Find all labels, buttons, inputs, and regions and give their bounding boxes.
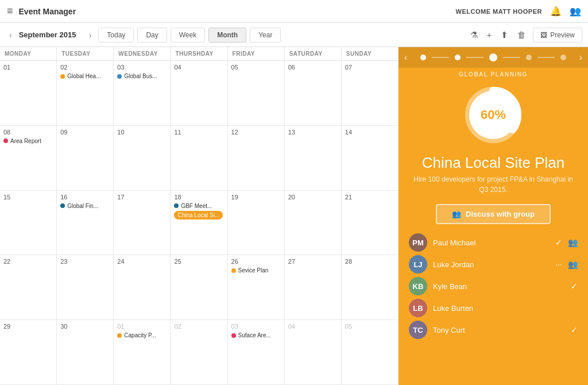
list-item[interactable]: Global Hea... (60, 73, 110, 79)
cal-week-4: 293001Capacity P...0203Suface Are...0405 (0, 320, 399, 385)
cal-cell[interactable]: 14 (342, 126, 399, 190)
progress-dot-3[interactable] (489, 53, 497, 61)
view-year-button[interactable]: Year (250, 28, 281, 43)
attendee-group-icon[interactable]: 👥 (568, 238, 578, 247)
cal-week-0: 0102Global Hea...03Global Bus...04050607 (0, 61, 399, 126)
view-day-button[interactable]: Day (137, 28, 167, 43)
calendar-body: 0102Global Hea...03Global Bus...04050607… (0, 61, 399, 385)
cal-cell[interactable]: 16Global Fin... (57, 191, 114, 255)
cal-cell[interactable]: 02 (171, 320, 227, 384)
event-color-dot (117, 74, 122, 79)
cal-header-sunday: SUNDAY (342, 47, 399, 60)
event-label: Suface Are... (238, 332, 271, 338)
cal-cell[interactable]: 24 (114, 255, 171, 319)
list-item[interactable]: Area Report (3, 138, 53, 144)
cal-cell[interactable]: 11 (171, 126, 227, 190)
cal-cell[interactable]: 22 (0, 255, 57, 319)
cal-cell[interactable]: 01 (0, 61, 57, 125)
view-month-button[interactable]: Month (208, 28, 246, 43)
list-item[interactable]: Sevice Plan (231, 267, 281, 274)
export-icon[interactable]: ⬆ (498, 29, 510, 41)
day-number: 29 (3, 323, 53, 330)
preview-button[interactable]: 🖼 Preview (533, 28, 582, 43)
event-pill[interactable]: China Local Si... (174, 211, 223, 220)
attendee-status: ✓ (571, 282, 578, 291)
cal-cell[interactable]: 21 (342, 191, 399, 255)
cal-cell[interactable]: 02Global Hea... (57, 61, 114, 125)
event-color-dot (231, 333, 236, 338)
day-number: 26 (231, 258, 281, 265)
cal-cell[interactable]: 07 (342, 61, 399, 125)
event-label: Global Bus... (124, 73, 157, 79)
cal-cell[interactable]: 19 (228, 191, 285, 255)
progress-line-2 (466, 57, 483, 58)
cal-cell[interactable]: 30 (57, 320, 114, 384)
avatar: PM (409, 233, 427, 252)
cal-cell[interactable]: 12 (228, 126, 285, 190)
cal-cell[interactable]: 23 (57, 255, 114, 319)
view-week-button[interactable]: Week (171, 28, 205, 43)
app-title: Event Manager (19, 7, 76, 16)
cal-cell[interactable]: 26Sevice Plan (228, 255, 285, 319)
cal-cell[interactable]: 04 (285, 320, 342, 384)
prev-month-button[interactable]: ‹ (6, 28, 16, 42)
view-today-button[interactable]: Today (98, 28, 134, 43)
cal-cell[interactable]: 25 (171, 255, 227, 319)
cal-cell[interactable]: 05 (342, 320, 399, 384)
progress-dot-2[interactable] (455, 55, 461, 60)
event-color-dot (231, 268, 236, 273)
progress-line-1 (432, 57, 449, 58)
add-event-icon[interactable]: + (485, 29, 494, 41)
progress-dot-5[interactable] (560, 55, 566, 60)
attendee-group-icon[interactable]: 👥 (568, 260, 578, 269)
progress-next[interactable]: › (579, 52, 582, 63)
cal-cell[interactable]: 18GBF Meet...China Local Si... (171, 191, 227, 255)
next-month-button[interactable]: › (86, 28, 95, 42)
day-number: 18 (174, 194, 223, 201)
cal-cell[interactable]: 01Capacity P... (114, 320, 171, 384)
list-item[interactable]: Suface Are... (231, 332, 281, 338)
progress-prev[interactable]: ‹ (404, 52, 407, 63)
progress-dot-4[interactable] (526, 55, 532, 60)
cal-cell[interactable]: 08Area Report (0, 126, 57, 190)
notification-icon[interactable]: 🔔 (550, 6, 562, 17)
progress-dot-1[interactable] (420, 55, 426, 60)
cal-cell[interactable]: 04 (171, 61, 227, 125)
cal-cell[interactable]: 05 (228, 61, 285, 125)
delete-icon[interactable]: 🗑 (515, 29, 528, 41)
panel-chart-area: 60% (399, 78, 588, 149)
list-item[interactable]: Global Bus... (117, 73, 167, 79)
cal-cell[interactable]: 29 (0, 320, 57, 384)
day-number: 23 (60, 258, 110, 265)
attendee-row: KBKyle Bean✓ (409, 277, 578, 295)
cal-header-monday: MONDAY (0, 47, 57, 60)
group-icon[interactable]: 👥 (570, 6, 581, 17)
calendar-toolbar: ‹ September 2015 › Today Day Week Month … (0, 23, 588, 47)
cal-header-wednesday: WEDNESDAY (114, 47, 171, 60)
discuss-button[interactable]: 👥 Discuss with group (436, 204, 551, 224)
cal-cell[interactable]: 17 (114, 191, 171, 255)
cal-cell[interactable]: 10 (114, 126, 171, 190)
event-label: Capacity P... (124, 332, 156, 338)
cal-cell[interactable]: 20 (285, 191, 342, 255)
cal-week-3: 2223242526Sevice Plan2728 (0, 255, 399, 320)
attendee-status: ✓ (571, 325, 578, 334)
list-item[interactable]: Capacity P... (117, 332, 167, 338)
cal-cell[interactable]: 28 (342, 255, 399, 319)
discuss-icon: 👥 (452, 210, 461, 218)
cal-cell[interactable]: 27 (285, 255, 342, 319)
cal-cell[interactable]: 09 (57, 126, 114, 190)
cal-week-2: 1516Global Fin...1718GBF Meet...China Lo… (0, 191, 399, 256)
cal-header-tuesday: TUESDAY (57, 47, 114, 60)
cal-cell[interactable]: 15 (0, 191, 57, 255)
event-color-dot (117, 333, 122, 338)
list-item[interactable]: GBF Meet... (174, 203, 223, 209)
list-item[interactable]: Global Fin... (60, 203, 110, 209)
hamburger-menu[interactable]: ≡ (7, 5, 13, 17)
cal-cell[interactable]: 13 (285, 126, 342, 190)
cal-cell[interactable]: 03Suface Are... (228, 320, 285, 384)
cal-cell[interactable]: 03Global Bus... (114, 61, 171, 125)
attendee-name: Luke Burten (433, 304, 572, 313)
cal-cell[interactable]: 06 (285, 61, 342, 125)
filter-icon[interactable]: ⚗ (468, 29, 480, 41)
